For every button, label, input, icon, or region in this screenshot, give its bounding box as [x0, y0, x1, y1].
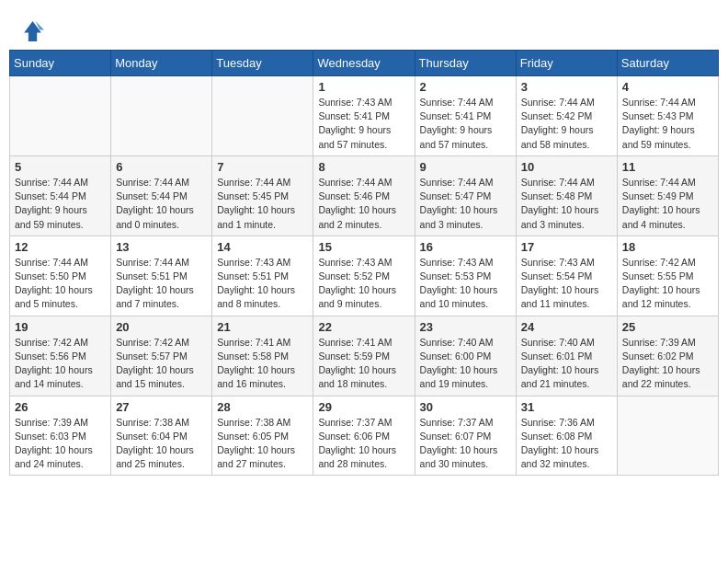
calendar-week-row: 1Sunrise: 7:43 AM Sunset: 5:41 PM Daylig… [10, 76, 719, 156]
calendar-cell: 20Sunrise: 7:42 AM Sunset: 5:57 PM Dayli… [111, 316, 212, 396]
day-info: Sunrise: 7:41 AM Sunset: 5:58 PM Dayligh… [217, 336, 308, 392]
day-number: 7 [217, 160, 308, 174]
day-info: Sunrise: 7:43 AM Sunset: 5:51 PM Dayligh… [217, 256, 308, 312]
day-info: Sunrise: 7:44 AM Sunset: 5:43 PM Dayligh… [622, 96, 713, 152]
day-info: Sunrise: 7:44 AM Sunset: 5:44 PM Dayligh… [116, 176, 207, 232]
calendar-cell: 18Sunrise: 7:42 AM Sunset: 5:55 PM Dayli… [617, 236, 718, 316]
day-number: 17 [521, 240, 612, 254]
calendar-cell: 23Sunrise: 7:40 AM Sunset: 6:00 PM Dayli… [415, 316, 516, 396]
calendar-cell: 30Sunrise: 7:37 AM Sunset: 6:07 PM Dayli… [415, 396, 516, 476]
day-info: Sunrise: 7:41 AM Sunset: 5:59 PM Dayligh… [318, 336, 409, 392]
day-number: 24 [521, 320, 612, 334]
day-of-week-header: Friday [516, 51, 617, 76]
calendar-cell: 12Sunrise: 7:44 AM Sunset: 5:50 PM Dayli… [10, 236, 111, 316]
day-number: 8 [318, 160, 409, 174]
calendar-cell: 22Sunrise: 7:41 AM Sunset: 5:59 PM Dayli… [313, 316, 415, 396]
day-info: Sunrise: 7:44 AM Sunset: 5:45 PM Dayligh… [217, 176, 308, 232]
day-info: Sunrise: 7:44 AM Sunset: 5:44 PM Dayligh… [15, 176, 106, 232]
calendar-cell: 15Sunrise: 7:43 AM Sunset: 5:52 PM Dayli… [313, 236, 415, 316]
day-info: Sunrise: 7:40 AM Sunset: 6:00 PM Dayligh… [420, 336, 511, 392]
calendar-cell: 16Sunrise: 7:43 AM Sunset: 5:53 PM Dayli… [415, 236, 516, 316]
day-number: 1 [318, 80, 409, 94]
calendar-cell: 11Sunrise: 7:44 AM Sunset: 5:49 PM Dayli… [617, 155, 718, 236]
day-number: 15 [318, 240, 409, 254]
day-info: Sunrise: 7:44 AM Sunset: 5:47 PM Dayligh… [420, 176, 511, 232]
day-number: 11 [622, 160, 713, 174]
calendar-cell [111, 76, 212, 156]
calendar-cell: 10Sunrise: 7:44 AM Sunset: 5:48 PM Dayli… [516, 155, 617, 236]
page-header [9, 9, 719, 50]
day-number: 21 [217, 320, 308, 334]
calendar-cell: 29Sunrise: 7:37 AM Sunset: 6:06 PM Dayli… [313, 396, 415, 476]
day-number: 12 [15, 240, 106, 254]
calendar-cell [617, 396, 718, 476]
day-info: Sunrise: 7:38 AM Sunset: 6:04 PM Dayligh… [116, 416, 207, 472]
day-number: 26 [15, 400, 106, 414]
day-info: Sunrise: 7:43 AM Sunset: 5:41 PM Dayligh… [318, 96, 409, 152]
day-number: 23 [420, 320, 511, 334]
calendar-week-row: 12Sunrise: 7:44 AM Sunset: 5:50 PM Dayli… [10, 236, 719, 316]
calendar-cell: 6Sunrise: 7:44 AM Sunset: 5:44 PM Daylig… [111, 155, 212, 236]
calendar-cell: 13Sunrise: 7:44 AM Sunset: 5:51 PM Dayli… [111, 236, 212, 316]
calendar-cell: 14Sunrise: 7:43 AM Sunset: 5:51 PM Dayli… [212, 236, 313, 316]
day-number: 5 [15, 160, 106, 174]
calendar-cell [212, 76, 313, 156]
calendar-week-row: 26Sunrise: 7:39 AM Sunset: 6:03 PM Dayli… [10, 396, 719, 476]
day-info: Sunrise: 7:42 AM Sunset: 5:56 PM Dayligh… [15, 336, 106, 392]
day-number: 13 [116, 240, 207, 254]
calendar-cell: 1Sunrise: 7:43 AM Sunset: 5:41 PM Daylig… [313, 76, 415, 156]
calendar-cell: 26Sunrise: 7:39 AM Sunset: 6:03 PM Dayli… [10, 396, 111, 476]
day-number: 31 [521, 400, 612, 414]
calendar-cell: 2Sunrise: 7:44 AM Sunset: 5:41 PM Daylig… [415, 76, 516, 156]
calendar-cell: 8Sunrise: 7:44 AM Sunset: 5:46 PM Daylig… [313, 155, 415, 236]
calendar-cell [10, 76, 111, 156]
day-number: 6 [116, 160, 207, 174]
calendar-cell: 31Sunrise: 7:36 AM Sunset: 6:08 PM Dayli… [516, 396, 617, 476]
day-info: Sunrise: 7:44 AM Sunset: 5:46 PM Dayligh… [318, 176, 409, 232]
day-number: 4 [622, 80, 713, 94]
day-info: Sunrise: 7:40 AM Sunset: 6:01 PM Dayligh… [521, 336, 612, 392]
day-info: Sunrise: 7:43 AM Sunset: 5:52 PM Dayligh… [318, 256, 409, 312]
calendar-cell: 9Sunrise: 7:44 AM Sunset: 5:47 PM Daylig… [415, 155, 516, 236]
day-info: Sunrise: 7:37 AM Sunset: 6:06 PM Dayligh… [318, 416, 409, 472]
calendar-cell: 7Sunrise: 7:44 AM Sunset: 5:45 PM Daylig… [212, 155, 313, 236]
calendar-cell: 24Sunrise: 7:40 AM Sunset: 6:01 PM Dayli… [516, 316, 617, 396]
day-number: 18 [622, 240, 713, 254]
calendar-cell: 19Sunrise: 7:42 AM Sunset: 5:56 PM Dayli… [10, 316, 111, 396]
calendar-cell: 25Sunrise: 7:39 AM Sunset: 6:02 PM Dayli… [617, 316, 718, 396]
day-number: 25 [622, 320, 713, 334]
day-info: Sunrise: 7:36 AM Sunset: 6:08 PM Dayligh… [521, 416, 612, 472]
day-info: Sunrise: 7:38 AM Sunset: 6:05 PM Dayligh… [217, 416, 308, 472]
day-info: Sunrise: 7:44 AM Sunset: 5:49 PM Dayligh… [622, 176, 713, 232]
calendar-cell: 17Sunrise: 7:43 AM Sunset: 5:54 PM Dayli… [516, 236, 617, 316]
calendar-cell: 27Sunrise: 7:38 AM Sunset: 6:04 PM Dayli… [111, 396, 212, 476]
logo-icon [18, 18, 44, 44]
day-number: 16 [420, 240, 511, 254]
day-number: 3 [521, 80, 612, 94]
day-info: Sunrise: 7:44 AM Sunset: 5:41 PM Dayligh… [420, 96, 511, 152]
day-info: Sunrise: 7:43 AM Sunset: 5:54 PM Dayligh… [521, 256, 612, 312]
day-number: 28 [217, 400, 308, 414]
calendar-cell: 5Sunrise: 7:44 AM Sunset: 5:44 PM Daylig… [10, 155, 111, 236]
day-number: 9 [420, 160, 511, 174]
day-info: Sunrise: 7:43 AM Sunset: 5:53 PM Dayligh… [420, 256, 511, 312]
day-number: 29 [318, 400, 409, 414]
day-info: Sunrise: 7:44 AM Sunset: 5:48 PM Dayligh… [521, 176, 612, 232]
day-of-week-header: Tuesday [212, 51, 313, 76]
calendar-cell: 4Sunrise: 7:44 AM Sunset: 5:43 PM Daylig… [617, 76, 718, 156]
day-number: 22 [318, 320, 409, 334]
day-info: Sunrise: 7:42 AM Sunset: 5:55 PM Dayligh… [622, 256, 713, 312]
day-of-week-header: Sunday [10, 51, 111, 76]
day-info: Sunrise: 7:42 AM Sunset: 5:57 PM Dayligh… [116, 336, 207, 392]
day-info: Sunrise: 7:39 AM Sunset: 6:03 PM Dayligh… [15, 416, 106, 472]
day-info: Sunrise: 7:44 AM Sunset: 5:42 PM Dayligh… [521, 96, 612, 152]
day-of-week-header: Thursday [415, 51, 516, 76]
calendar-cell: 21Sunrise: 7:41 AM Sunset: 5:58 PM Dayli… [212, 316, 313, 396]
day-number: 30 [420, 400, 511, 414]
calendar-week-row: 19Sunrise: 7:42 AM Sunset: 5:56 PM Dayli… [10, 316, 719, 396]
day-info: Sunrise: 7:44 AM Sunset: 5:51 PM Dayligh… [116, 256, 207, 312]
logo [18, 18, 48, 44]
calendar-week-row: 5Sunrise: 7:44 AM Sunset: 5:44 PM Daylig… [10, 155, 719, 236]
calendar-cell: 3Sunrise: 7:44 AM Sunset: 5:42 PM Daylig… [516, 76, 617, 156]
day-info: Sunrise: 7:44 AM Sunset: 5:50 PM Dayligh… [15, 256, 106, 312]
